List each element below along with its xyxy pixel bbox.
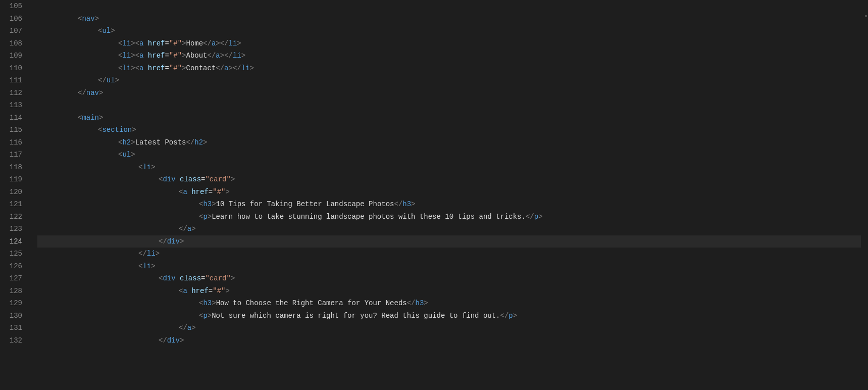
code-line[interactable]: <li>	[37, 161, 868, 174]
line-number: 130	[4, 310, 22, 322]
line-number: 120	[4, 186, 22, 199]
line-number: 123	[4, 223, 22, 235]
line-number: 114	[4, 112, 22, 124]
line-number: 106	[4, 13, 22, 25]
line-number: 109	[4, 50, 22, 62]
code-editor: 1051061071081091101111121131141151161171…	[0, 0, 868, 390]
code-line[interactable]: </div>	[37, 334, 868, 347]
line-number: 113	[4, 99, 22, 112]
code-line[interactable]: </nav>	[37, 87, 868, 100]
scroll-marker	[865, 15, 867, 17]
line-number: 115	[4, 124, 22, 136]
line-number: 124	[4, 235, 22, 248]
code-line[interactable]: <h2>Latest Posts</h2>	[37, 136, 868, 149]
code-line[interactable]: <li><a href="#">Home</a></li>	[37, 37, 868, 50]
code-line[interactable]: <li><a href="#">Contact</a></li>	[37, 62, 868, 75]
line-number: 121	[4, 198, 22, 211]
code-line[interactable]: </ul>	[37, 74, 868, 87]
code-line[interactable]: <a href="#">	[37, 285, 868, 298]
code-line[interactable]: <main>	[37, 112, 868, 124]
code-line[interactable]: <h3>10 Tips for Taking Better Landscape …	[37, 198, 868, 211]
code-line[interactable]: <div class="card">	[37, 173, 868, 186]
line-number: 122	[4, 211, 22, 223]
code-line[interactable]	[37, 99, 868, 112]
code-line[interactable]: </li>	[37, 248, 868, 260]
code-line[interactable]: <h3>How to Choose the Right Camera for Y…	[37, 297, 868, 310]
line-number: 111	[4, 74, 22, 87]
code-line[interactable]: <div class="card">	[37, 272, 868, 285]
code-line[interactable]: <a href="#">	[37, 186, 868, 199]
code-line[interactable]	[37, 0, 868, 13]
line-number: 116	[4, 136, 22, 149]
code-line[interactable]: <p>Not sure which camera is right for yo…	[37, 310, 868, 322]
code-line[interactable]: <li>	[37, 260, 868, 273]
code-line[interactable]: </div>	[37, 235, 868, 248]
line-number-gutter[interactable]: 1051061071081091101111121131141151161171…	[0, 0, 31, 390]
line-number: 119	[4, 173, 22, 186]
code-line[interactable]: <ul>	[37, 149, 868, 161]
code-line[interactable]: <li><a href="#">About</a></li>	[37, 50, 868, 62]
line-number: 125	[4, 248, 22, 260]
line-number: 107	[4, 25, 22, 37]
code-area[interactable]: <nav><ul><li><a href="#">Home</a></li><l…	[31, 0, 868, 390]
line-number: 110	[4, 62, 22, 75]
line-number: 126	[4, 260, 22, 273]
code-line[interactable]: <nav>	[37, 13, 868, 25]
code-line[interactable]: </a>	[37, 322, 868, 334]
code-line[interactable]: <section>	[37, 124, 868, 136]
vertical-scrollbar[interactable]	[861, 0, 868, 390]
line-number: 112	[4, 87, 22, 100]
code-line[interactable]: <p>Learn how to take stunning landscape …	[37, 211, 868, 223]
code-line[interactable]: </a>	[37, 223, 868, 235]
line-number: 118	[4, 161, 22, 174]
line-number: 128	[4, 285, 22, 298]
line-number: 131	[4, 322, 22, 334]
line-number: 105	[4, 0, 22, 13]
line-number: 127	[4, 272, 22, 285]
code-line[interactable]: <ul>	[37, 25, 868, 37]
line-number: 132	[4, 334, 22, 347]
line-number: 108	[4, 37, 22, 50]
line-number: 117	[4, 149, 22, 161]
line-number: 129	[4, 297, 22, 310]
